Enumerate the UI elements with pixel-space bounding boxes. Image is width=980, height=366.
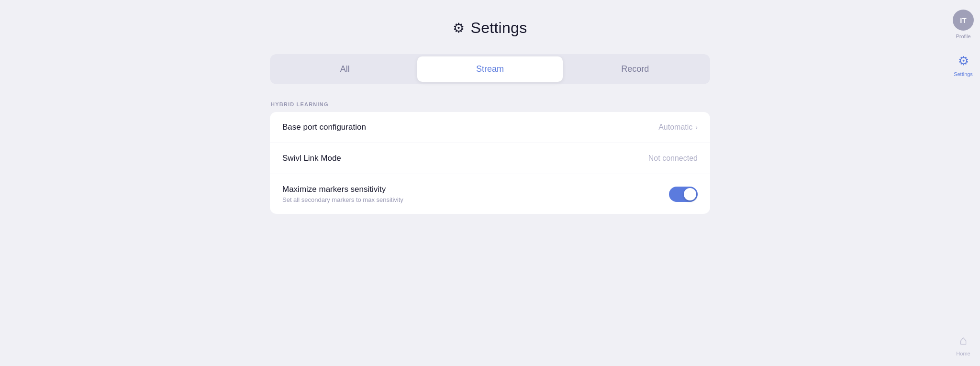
settings-card-hybrid-learning: Base port configuration Automatic › Swiv…	[270, 112, 710, 214]
base-port-value: Automatic	[658, 123, 692, 132]
right-sidebar: IT Profile ⚙ Settings ⌂ Home	[947, 0, 980, 366]
settings-row-maximize-markers: Maximize markers sensitivity Set all sec…	[270, 174, 710, 214]
section-label-hybrid-learning: HYBRID LEARNING	[270, 101, 710, 107]
tab-bar: All Stream Record	[270, 54, 710, 84]
row-title-base-port: Base port configuration	[282, 122, 366, 132]
home-section: ⌂ Home	[956, 333, 970, 356]
settings-icon[interactable]: ⚙	[958, 54, 969, 68]
toggle-track[interactable]	[669, 187, 698, 202]
row-right-swivl-link: Not connected	[648, 154, 698, 163]
chevron-icon-base-port: ›	[695, 123, 698, 131]
page-title: Settings	[470, 19, 527, 37]
tab-all[interactable]: All	[272, 56, 417, 82]
home-icon[interactable]: ⌂	[959, 333, 967, 348]
profile-label: Profile	[956, 33, 970, 39]
sidebar-settings-section: ⚙ Settings	[954, 54, 973, 77]
settings-row-base-port[interactable]: Base port configuration Automatic ›	[270, 112, 710, 143]
home-label: Home	[956, 351, 970, 356]
settings-sidebar-label: Settings	[954, 71, 973, 77]
toggle-thumb	[684, 188, 696, 200]
swivl-link-value: Not connected	[648, 154, 698, 163]
tab-stream[interactable]: Stream	[417, 56, 562, 82]
gear-icon-header: ⚙	[453, 20, 465, 36]
profile-avatar[interactable]: IT	[953, 10, 974, 31]
row-right-maximize-markers	[669, 187, 698, 202]
settings-row-swivl-link[interactable]: Swivl Link Mode Not connected	[270, 143, 710, 174]
page-header: ⚙ Settings	[453, 19, 527, 37]
main-content: HYBRID LEARNING Base port configuration …	[270, 101, 710, 214]
toggle-maximize-markers[interactable]	[669, 187, 698, 202]
row-left-maximize-markers: Maximize markers sensitivity Set all sec…	[282, 185, 403, 203]
row-left-base-port: Base port configuration	[282, 122, 366, 132]
row-title-maximize-markers: Maximize markers sensitivity	[282, 185, 403, 194]
row-subtitle-maximize-markers: Set all secondary markers to max sensiti…	[282, 196, 403, 203]
row-title-swivl-link: Swivl Link Mode	[282, 154, 341, 163]
row-left-swivl-link: Swivl Link Mode	[282, 154, 341, 163]
profile-section: IT Profile	[953, 10, 974, 39]
tab-record[interactable]: Record	[563, 56, 708, 82]
row-right-base-port: Automatic ›	[658, 123, 698, 132]
